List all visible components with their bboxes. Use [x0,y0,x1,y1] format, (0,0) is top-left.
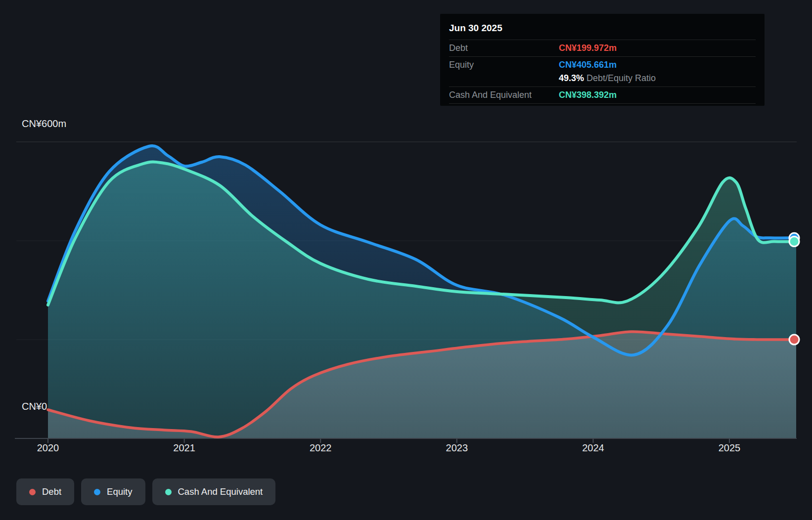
y-axis-label-zero: CN¥0 [22,400,47,412]
y-axis-label-top: CN¥600m [22,118,66,130]
tooltip-cash-value: CN¥398.392m [559,90,617,100]
legend-equity-label: Equity [107,486,132,497]
debt-equity-history-chart: CN¥600m CN¥0 202020212022202320242025 Ju… [0,0,812,520]
legend-item-cash[interactable]: Cash And Equivalent [152,478,276,505]
x-axis-label-2021: 2021 [173,442,195,454]
legend-item-equity[interactable]: Equity [81,478,145,505]
x-axis-label-2024: 2024 [582,442,604,454]
equity-dot-icon [94,489,100,495]
tooltip-date: Jun 30 2025 [449,19,756,40]
tooltip: Jun 30 2025 Debt CN¥199.972m Equity CN¥4… [440,14,765,106]
debt-dot-icon [29,489,36,495]
cash-endpoint-marker[interactable] [789,237,799,247]
legend-item-debt[interactable]: Debt [16,478,74,505]
x-axis-label-2025: 2025 [719,442,741,454]
tooltip-debt-label: Debt [449,43,559,53]
tooltip-ratio: 49.3% Debt/Equity Ratio [559,73,656,84]
debt-endpoint-marker[interactable] [789,335,799,345]
cash-dot-icon [165,489,172,495]
x-axis-label-2022: 2022 [310,442,332,454]
tooltip-row-cash: Cash And Equivalent CN¥398.392m [449,87,756,104]
tooltip-equity-value: CN¥405.661m [559,60,617,70]
tooltip-row-debt: Debt CN¥199.972m [449,40,756,57]
tooltip-debt-value: CN¥199.972m [559,43,617,53]
legend-debt-label: Debt [42,486,61,497]
x-axis-label-2020: 2020 [37,442,59,454]
legend: Debt Equity Cash And Equivalent [16,478,275,505]
legend-cash-label: Cash And Equivalent [178,486,263,497]
tooltip-cash-label: Cash And Equivalent [449,90,559,100]
debt-equity-ratio-value: 49.3% [559,73,584,83]
tooltip-equity-label: Equity [449,60,559,70]
tooltip-row-equity: Equity CN¥405.661m [449,57,756,73]
tooltip-row-ratio: 49.3% Debt/Equity Ratio [449,73,756,87]
x-axis-label-2023: 2023 [446,442,468,454]
